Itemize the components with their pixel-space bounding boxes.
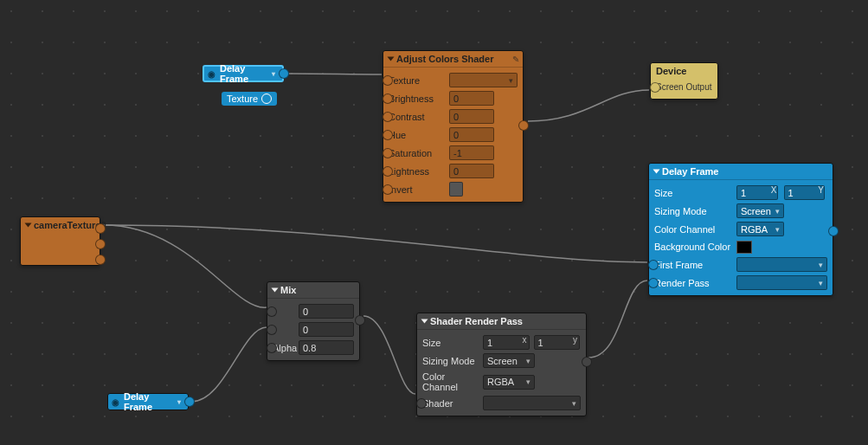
input-port-brightness[interactable] [383, 94, 393, 104]
bgcolor-swatch[interactable] [736, 241, 752, 254]
input-port-texture[interactable] [383, 75, 393, 86]
collapse-icon[interactable] [388, 57, 395, 61]
pencil-icon[interactable]: ✎ [512, 55, 519, 64]
collapse-icon[interactable] [25, 223, 32, 228]
output-port[interactable] [828, 226, 839, 236]
input-port-1[interactable] [267, 306, 277, 317]
tag-texture[interactable]: Texture [222, 92, 277, 106]
color-select[interactable]: RGBA▾ [736, 222, 784, 236]
renderpass-select[interactable]: ▾ [736, 275, 827, 290]
collapse-icon[interactable] [653, 170, 660, 174]
color-select[interactable]: RGBA▾ [483, 375, 535, 390]
node-mix[interactable]: Mix 0 0 Alpha0.8 [267, 281, 360, 361]
input-port-shader[interactable] [416, 398, 427, 409]
delay-icon: ◉ [208, 69, 215, 79]
saturation-input[interactable]: -1 [449, 145, 494, 160]
brightness-input[interactable]: 0 [449, 91, 494, 106]
input-port-screen[interactable] [650, 82, 660, 93]
node-shader-render-pass[interactable]: Shader Render Pass Size 1x 1y Sizing Mod… [416, 313, 587, 416]
input-port-invert[interactable] [383, 184, 393, 195]
input-port-contrast[interactable] [383, 112, 393, 122]
shader-select[interactable]: ▾ [483, 396, 581, 410]
node-device[interactable]: Device Screen Output [650, 62, 718, 100]
lightness-input[interactable]: 0 [449, 164, 494, 178]
node-header[interactable]: Adjust Colors Shader ✎ [383, 51, 523, 68]
gear-icon[interactable] [261, 94, 272, 104]
mix-in2[interactable]: 0 [299, 322, 354, 337]
output-port[interactable] [279, 68, 289, 79]
invert-checkbox[interactable] [449, 182, 463, 197]
input-port-lightness[interactable] [383, 166, 393, 177]
chevron-down-icon: ▾ [177, 398, 181, 406]
node-camera-texture[interactable]: cameraTexture0 [20, 216, 100, 266]
output-port-2[interactable] [95, 239, 106, 249]
node-header[interactable]: Delay Frame [649, 164, 833, 180]
node-delay-frame-selected[interactable]: ◉ Delay Frame ▾ [203, 65, 284, 82]
input-port-renderpass[interactable] [648, 278, 659, 288]
firstframe-select[interactable]: ▾ [736, 257, 827, 272]
node-header[interactable]: Shader Render Pass [417, 313, 586, 330]
output-port-3[interactable] [95, 255, 106, 265]
collapse-icon[interactable] [421, 319, 428, 324]
node-adjust-colors[interactable]: Adjust Colors Shader ✎ Texture▾ Brightne… [383, 50, 524, 203]
sizing-select[interactable]: Screen▾ [483, 353, 535, 368]
node-title: Delay Frame [124, 391, 174, 412]
node-title: Delay Frame [220, 63, 268, 84]
sizing-select[interactable]: Screen▾ [736, 203, 784, 218]
output-port[interactable] [184, 397, 195, 407]
input-port-firstframe[interactable] [648, 260, 659, 270]
output-port[interactable] [355, 315, 365, 326]
node-header[interactable]: Mix [267, 282, 359, 299]
input-port-2[interactable] [267, 325, 277, 335]
input-port-alpha[interactable] [267, 343, 277, 353]
delay-icon: ◉ [112, 397, 119, 407]
mix-alpha[interactable]: 0.8 [299, 340, 354, 355]
hue-input[interactable]: 0 [449, 127, 494, 142]
input-port-hue[interactable] [383, 130, 393, 140]
chevron-down-icon: ▾ [272, 70, 275, 78]
output-port[interactable] [518, 120, 529, 131]
contrast-input[interactable]: 0 [449, 109, 494, 124]
mix-in1[interactable]: 0 [299, 304, 354, 319]
texture-field[interactable]: ▾ [449, 73, 518, 87]
node-delay-frame-bottom[interactable]: ◉ Delay Frame ▾ [107, 393, 189, 410]
output-port-1[interactable] [95, 223, 106, 234]
collapse-icon[interactable] [272, 288, 279, 293]
node-header[interactable]: Device [651, 63, 717, 79]
input-port-saturation[interactable] [383, 148, 393, 158]
node-header[interactable]: cameraTexture0 [21, 217, 100, 233]
output-port[interactable] [582, 357, 592, 367]
node-delay-frame-big[interactable]: Delay Frame Size 1X 1Y Sizing ModeScreen… [648, 163, 833, 296]
